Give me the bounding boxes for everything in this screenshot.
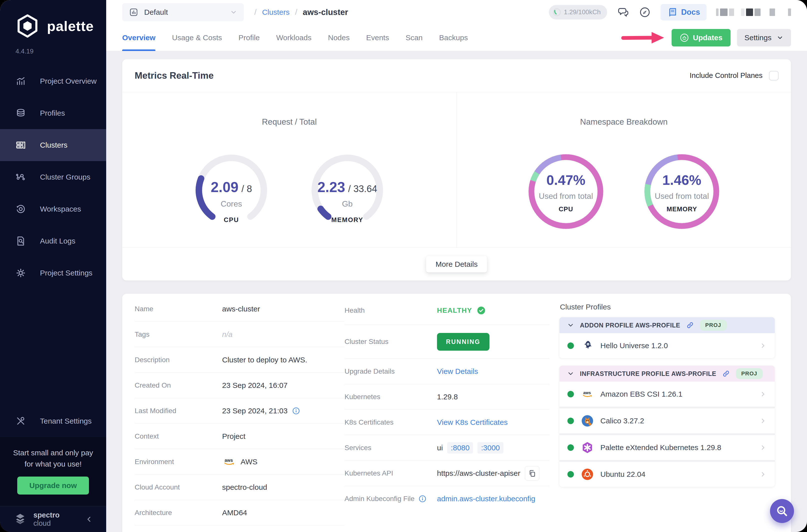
info-icon[interactable]	[292, 407, 300, 415]
settings-button[interactable]: Settings	[737, 29, 791, 46]
healthy-check-icon	[477, 306, 486, 315]
upgrade-now-button[interactable]: Upgrade now	[17, 477, 89, 495]
magnifier-smile-icon	[775, 505, 789, 517]
view-k8s-certificates-link[interactable]: View K8s Certificates	[437, 418, 508, 426]
search-fab-button[interactable]	[770, 499, 794, 523]
detail-row-cluster-status: Cluster Status RUNNING	[344, 325, 549, 359]
gear-icon	[15, 267, 26, 279]
pxk-hexagon-icon	[581, 441, 594, 454]
detail-row-last-modified: Last Modified 23 Sep 2024, 21:03	[135, 398, 344, 424]
brand-block: palette 4.4.19	[0, 0, 106, 55]
docs-button[interactable]: Docs	[661, 4, 707, 20]
memory-total-value: 33.64	[353, 184, 377, 194]
chevron-right-icon	[759, 342, 767, 349]
tab-profile[interactable]: Profile	[239, 24, 260, 51]
cluster-details-card: Nameaws-cluster Tagsn/a DescriptionClust…	[122, 294, 791, 532]
sidebar-item-project-overview[interactable]: Project Overview	[0, 65, 106, 97]
profile-row-hello-universe[interactable]: Hello Universe 1.2.0	[559, 333, 775, 358]
usage-progress-icon	[552, 8, 561, 17]
more-details-button[interactable]: More Details	[426, 256, 487, 272]
view-details-link[interactable]: View Details	[437, 367, 478, 376]
infrastructure-profile-header[interactable]: INFRASTRUCTURE PROFILE AWS-PROFILE PROJ	[559, 366, 775, 382]
project-selector[interactable]: Default	[122, 3, 244, 21]
sidebar-item-workspaces[interactable]: Workspaces	[0, 193, 106, 225]
update-circle-icon	[680, 33, 689, 42]
proj-badge: PROJ	[736, 368, 763, 379]
sidebar-item-clusters[interactable]: Clusters	[0, 129, 106, 161]
tab-nodes[interactable]: Nodes	[328, 24, 350, 51]
cluster-profiles-column: Cluster Profiles ADDON PROFILE AWS-PROFI…	[549, 296, 778, 532]
info-icon[interactable]	[418, 495, 427, 503]
profile-pack-name: Calico 3.27.2	[600, 417, 644, 425]
sidebar-item-label: Profiles	[40, 109, 65, 117]
chevron-down-icon	[776, 34, 784, 41]
metrics-title: Metrics Real-Time	[135, 71, 213, 81]
collapse-sidebar-icon[interactable]	[85, 515, 93, 524]
profile-pack-name: Amazon EBS CSI 1.26.1	[600, 390, 682, 398]
profile-row-palette-extended-kubernetes[interactable]: Palette eXtended Kubernetes 1.29.8	[559, 435, 775, 460]
detail-row-admin-kubeconfig: Admin Kubeconfig File admin.aws-cluster.…	[344, 486, 549, 512]
usage-credits-pill[interactable]: 1.29/100kCh	[549, 5, 607, 19]
request-total-title: Request / Total	[262, 117, 317, 127]
environment-value: aws AWS	[222, 457, 257, 466]
compass-icon[interactable]	[639, 6, 651, 18]
svg-text:aws: aws	[225, 458, 233, 463]
kubeconfig-download-link[interactable]: admin.aws-cluster.kubeconfig	[437, 495, 536, 503]
chevron-right-icon	[759, 444, 767, 451]
description-value: Cluster to deploy to AWS.	[222, 356, 307, 364]
redacted-user-info	[716, 8, 791, 16]
network-icon	[15, 171, 26, 183]
memory-donut: 1.46% Used from total MEMORY	[639, 149, 724, 235]
tab-usage-costs[interactable]: Usage & Costs	[172, 24, 222, 51]
status-dot	[567, 342, 574, 349]
details-middle-column: Health HEALTHY Cluster Status RUNNING Up…	[344, 296, 549, 532]
tab-backups[interactable]: Backups	[439, 24, 468, 51]
sidebar-item-audit-logs[interactable]: Audit Logs	[0, 225, 106, 257]
sidebar-item-label: Audit Logs	[40, 237, 75, 245]
link-icon[interactable]	[722, 369, 730, 378]
sidebar-item-label: Clusters	[40, 141, 68, 149]
chevron-down-icon	[567, 370, 575, 377]
memory-gauge: 2.23 / 33.64 Gb MEMORY	[306, 149, 389, 232]
profile-pack-name: Palette eXtended Kubernetes 1.29.8	[600, 443, 721, 452]
tab-events[interactable]: Events	[366, 24, 389, 51]
hello-universe-icon	[581, 339, 594, 352]
breadcrumb-separator: /	[295, 7, 297, 17]
profile-row-amazon-ebs-csi[interactable]: aws Amazon EBS CSI 1.26.1	[559, 382, 775, 406]
memory-request-value: 2.23	[317, 179, 345, 195]
profile-row-calico[interactable]: Calico 3.27.2	[559, 408, 775, 433]
tabs: Overview Usage & Costs Profile Workloads…	[122, 24, 468, 51]
breadcrumb-link-clusters[interactable]: Clusters	[262, 8, 289, 17]
detail-row-health: Health HEALTHY	[344, 296, 549, 325]
sidebar-item-cluster-groups[interactable]: Cluster Groups	[0, 161, 106, 193]
top-bar: Default / Clusters / aws-cluster 1.29/10…	[106, 0, 807, 24]
tab-scan[interactable]: Scan	[406, 24, 423, 51]
tab-workloads[interactable]: Workloads	[276, 24, 312, 51]
sidebar-item-tenant-settings[interactable]: Tenant Settings	[0, 405, 106, 437]
usage-credits-value: 1.29/100kCh	[564, 8, 601, 16]
profile-pack-name: Ubuntu 22.04	[600, 470, 645, 478]
updates-button[interactable]: Updates	[672, 29, 730, 46]
include-control-planes-checkbox[interactable]	[769, 71, 778, 80]
detail-row-description: DescriptionCluster to deploy to AWS.	[135, 347, 344, 373]
sidebar-item-profiles[interactable]: Profiles	[0, 97, 106, 129]
addon-profile-header[interactable]: ADDON PROFILE AWS-PROFILE PROJ	[559, 317, 775, 333]
tab-overview[interactable]: Overview	[122, 24, 155, 51]
service-port-link[interactable]: :8080	[447, 442, 473, 454]
include-control-planes-label: Include Control Planes	[690, 72, 763, 80]
memory-unit: Gb	[342, 199, 353, 209]
servers-icon	[15, 139, 26, 151]
chat-icon[interactable]	[617, 6, 629, 18]
copy-api-url-button[interactable]	[525, 466, 540, 480]
link-icon[interactable]	[686, 321, 694, 329]
cpu-request-value: 2.09	[211, 179, 238, 195]
book-icon	[667, 7, 678, 18]
service-port-link[interactable]: :3000	[477, 442, 503, 454]
breadcrumb-current: aws-cluster	[303, 7, 348, 17]
proj-badge: PROJ	[700, 320, 727, 331]
sidebar-item-project-settings[interactable]: Project Settings	[0, 257, 106, 289]
cpu-total-value: 8	[247, 184, 252, 194]
project-selector-icon	[129, 7, 139, 17]
profile-row-ubuntu[interactable]: Ubuntu 22.04	[559, 462, 775, 487]
context-value: Project	[222, 432, 245, 441]
